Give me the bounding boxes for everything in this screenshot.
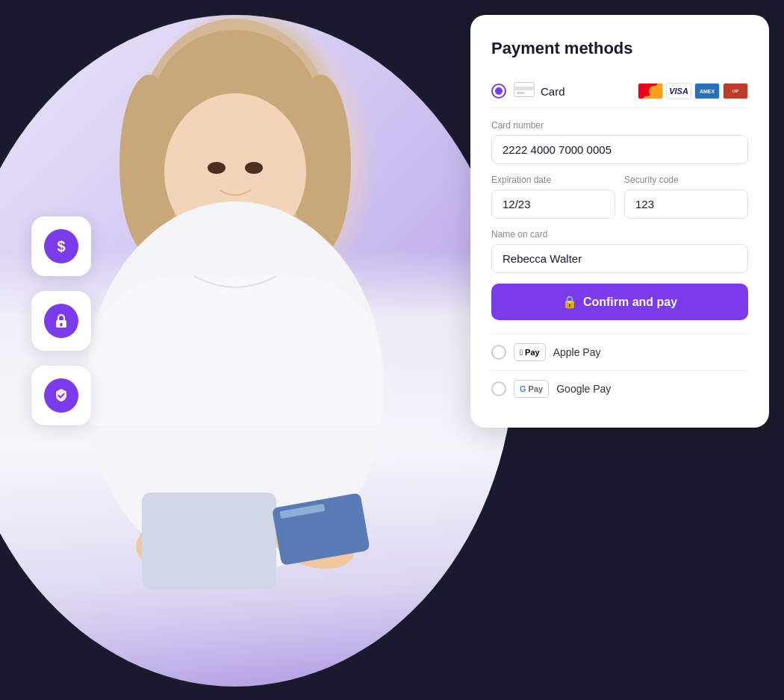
- svg-point-7: [208, 162, 225, 174]
- check-icon-circle: [44, 378, 78, 413]
- check-shield-icon: [53, 387, 69, 404]
- name-group: Name on card: [491, 229, 748, 273]
- security-group: Security code: [624, 175, 748, 219]
- google-pay-radio[interactable]: [491, 381, 506, 396]
- name-label: Name on card: [491, 229, 748, 240]
- apple-pay-logo-text:  Pay: [520, 348, 540, 357]
- card-logos: VISA AMEX UP: [638, 83, 748, 99]
- card-method-row[interactable]: Card VISA AMEX UP: [491, 75, 748, 108]
- confirm-pay-button[interactable]: 🔒 Confirm and pay: [491, 284, 748, 320]
- google-pay-label: Google Pay: [556, 383, 611, 395]
- dollar-icon-circle: $: [44, 229, 78, 263]
- card-number-group: Card number: [491, 120, 748, 164]
- icon-badges: $: [31, 216, 91, 425]
- google-pay-logo: G Pay: [514, 380, 549, 398]
- lock-badge: [31, 291, 91, 351]
- card-number-label: Card number: [491, 120, 748, 131]
- card-number-input[interactable]: [491, 135, 748, 164]
- expiry-label: Expiration date: [491, 175, 615, 185]
- visa-logo: VISA: [666, 83, 691, 99]
- mastercard-logo: [638, 83, 663, 99]
- svg-rect-18: [514, 87, 535, 90]
- svg-rect-11: [142, 493, 276, 590]
- card-method-icon: [514, 82, 535, 100]
- dollar-badge: $: [31, 216, 91, 276]
- google-pay-row[interactable]: G Pay Google Pay: [491, 370, 748, 407]
- name-input[interactable]: [491, 244, 748, 273]
- check-badge: [31, 366, 91, 425]
- apple-pay-row[interactable]:  Pay Apple Pay: [491, 334, 748, 370]
- confirm-lock-icon: 🔒: [562, 295, 577, 309]
- card-radio[interactable]: [491, 84, 506, 99]
- lock-icon: [53, 313, 69, 329]
- svg-rect-16: [60, 324, 63, 326]
- amex-logo: AMEX: [694, 83, 720, 99]
- lock-icon-circle: [44, 304, 78, 338]
- apple-pay-logo:  Pay: [514, 343, 546, 361]
- apple-pay-radio[interactable]: [491, 345, 506, 360]
- card-method-label: Card: [541, 85, 638, 98]
- expiry-input[interactable]: [491, 190, 615, 219]
- security-input[interactable]: [624, 190, 748, 219]
- security-label: Security code: [624, 175, 748, 185]
- payment-title: Payment methods: [491, 39, 748, 58]
- expiry-group: Expiration date: [491, 175, 615, 219]
- svg-point-8: [245, 162, 263, 174]
- expiry-security-row: Expiration date Security code: [491, 175, 748, 219]
- unionpay-logo: UP: [723, 83, 748, 99]
- apple-pay-label: Apple Pay: [553, 346, 601, 358]
- dollar-icon: $: [57, 238, 65, 255]
- svg-rect-19: [517, 92, 524, 94]
- google-pay-logo-text: G Pay: [520, 384, 543, 393]
- confirm-pay-label: Confirm and pay: [583, 296, 677, 309]
- scene: $ Payment methods: [0, 0, 784, 700]
- payment-panel: Payment methods Card VISA AMEX UP Card n…: [470, 15, 769, 428]
